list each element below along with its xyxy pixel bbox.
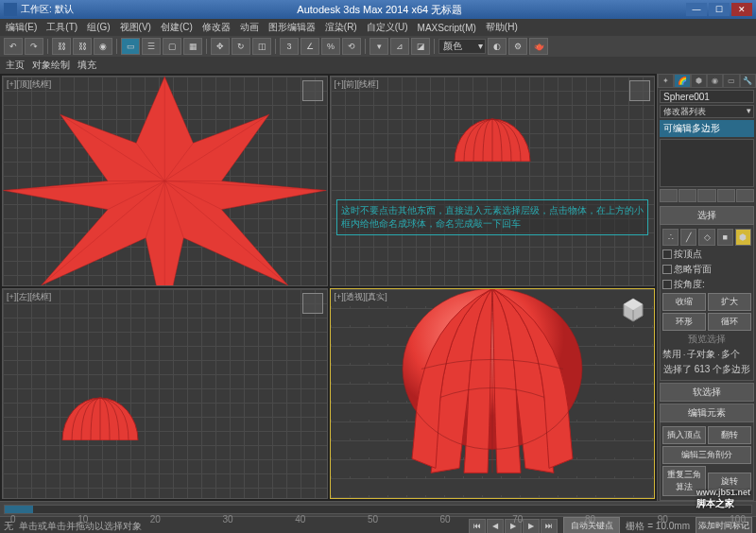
snap-button[interactable]: 3	[280, 38, 299, 55]
bind-button[interactable]: ◉	[94, 38, 112, 55]
insert-vertex-button[interactable]: 插入顶点	[662, 426, 706, 444]
redo-button[interactable]: ↷	[25, 38, 43, 55]
viewport-front[interactable]: 这时不要点击其他东西，直接进入元素选择层级，点击物体，在上方的小框内给他命名成球…	[330, 76, 656, 286]
scale-button[interactable]: ◫	[252, 38, 271, 55]
menu-modifiers[interactable]: 修改器	[202, 21, 231, 34]
spinner-snap-button[interactable]: ⟲	[342, 38, 361, 55]
menu-graph[interactable]: 图形编辑器	[268, 21, 316, 34]
named-sel-button[interactable]: ▾	[369, 38, 388, 55]
window-crossing-button[interactable]: ▦	[183, 38, 202, 55]
menu-edit[interactable]: 编辑(E)	[6, 21, 37, 34]
select-name-button[interactable]: ☰	[142, 38, 161, 55]
subobj-element-icon[interactable]: ⬢	[735, 229, 751, 246]
command-panel-tabs: ✦ 🌈 ⬢ ◉ ▭ 🔧	[658, 74, 756, 88]
viewport-label[interactable]: [+][透视][真实]	[335, 291, 387, 303]
viewport-top[interactable]: [+][顶][线框]	[2, 76, 328, 286]
timeline[interactable]: 0102030405060708090100	[0, 502, 756, 517]
viewport-label[interactable]: [+][顶][线框]	[7, 78, 51, 91]
viewport-maximize-button[interactable]	[302, 80, 323, 101]
selection-info: 选择了 613 个多边形	[663, 363, 750, 376]
menu-create[interactable]: 创建(C)	[161, 21, 193, 34]
link-button[interactable]: ⛓	[52, 38, 71, 55]
rotate-button[interactable]: ↻	[232, 38, 250, 55]
select-region-button[interactable]: ▢	[163, 38, 181, 55]
unlink-button[interactable]: ⛓	[73, 38, 92, 55]
material-editor-button[interactable]: ◐	[488, 38, 507, 55]
configure-button[interactable]	[736, 189, 754, 202]
left-hemisphere-shape	[58, 393, 143, 440]
tab-utilities-icon[interactable]: 🔧	[740, 74, 756, 88]
menu-render[interactable]: 渲染(R)	[325, 21, 357, 34]
mirror-button[interactable]: ⊿	[390, 38, 409, 55]
preview-sub[interactable]: 子对象	[687, 348, 715, 361]
close-button[interactable]: ✕	[731, 3, 752, 16]
viewcube-icon[interactable]	[620, 297, 646, 323]
undo-button[interactable]: ↶	[4, 38, 23, 55]
time-ticks: 0102030405060708090100	[5, 514, 751, 524]
loop-button[interactable]: 循环	[708, 313, 751, 331]
modifier-stack-area[interactable]	[660, 139, 754, 187]
rollout-softsel-header[interactable]: 软选择	[660, 383, 754, 402]
viewport-label[interactable]: [+][左][线框]	[7, 291, 51, 303]
render-button[interactable]: 🫖	[529, 38, 548, 55]
maximize-button[interactable]: ☐	[709, 3, 730, 16]
menu-help[interactable]: 帮助(H)	[486, 21, 518, 34]
preview-label: 预览选择	[688, 333, 726, 346]
menu-tools[interactable]: 工具(T)	[46, 21, 77, 34]
ribbon-tab-populate[interactable]: 填充	[77, 59, 96, 72]
angle-snap-button[interactable]: ∠	[301, 38, 319, 55]
flip-button[interactable]: 翻转	[708, 426, 751, 444]
subobj-polygon-icon[interactable]: ■	[717, 229, 733, 246]
menu-views[interactable]: 视图(V)	[120, 21, 151, 34]
by-vertex-checkbox[interactable]	[662, 249, 672, 259]
modifier-stack-item[interactable]: 可编辑多边形	[660, 120, 754, 137]
tab-motion-icon[interactable]: ◉	[707, 74, 723, 88]
viewport-maximize-button[interactable]	[629, 80, 650, 101]
menu-customize[interactable]: 自定义(U)	[367, 21, 408, 34]
tab-modify-icon[interactable]: 🌈	[674, 74, 690, 88]
shrink-button[interactable]: 收缩	[662, 293, 706, 311]
watermark-text: 脚本之家	[696, 497, 750, 510]
ignore-backfacing-checkbox[interactable]	[662, 265, 672, 274]
menu-animation[interactable]: 动画	[240, 21, 259, 34]
menu-maxscript[interactable]: MAXScript(M)	[418, 23, 476, 33]
move-button[interactable]: ✥	[211, 38, 230, 55]
ribbon-tab-home[interactable]: 主页	[6, 59, 25, 72]
grow-button[interactable]: 扩大	[708, 293, 751, 311]
menu-group[interactable]: 组(G)	[87, 21, 110, 34]
ring-button[interactable]: 环形	[662, 313, 706, 331]
percent-snap-button[interactable]: %	[321, 38, 340, 55]
align-button[interactable]: ◪	[411, 38, 430, 55]
viewport-maximize-button[interactable]	[302, 293, 323, 314]
edit-tri-button[interactable]: 编辑三角剖分	[662, 446, 751, 464]
subobj-border-icon[interactable]: ◇	[698, 229, 714, 246]
preview-multi[interactable]: 多个	[721, 348, 740, 361]
menu-bar: 编辑(E) 工具(T) 组(G) 视图(V) 创建(C) 修改器 动画 图形编辑…	[0, 19, 756, 36]
select-button[interactable]: ▭	[121, 38, 140, 55]
unique-button[interactable]	[697, 189, 715, 202]
remove-mod-button[interactable]	[717, 189, 735, 202]
tab-display-icon[interactable]: ▭	[723, 74, 739, 88]
preview-off[interactable]: 禁用	[662, 348, 681, 361]
modifier-list-dropdown[interactable]: 修改器列表	[660, 105, 754, 118]
by-angle-checkbox[interactable]	[662, 280, 672, 289]
tab-hierarchy-icon[interactable]: ⬢	[691, 74, 707, 88]
pin-stack-button[interactable]	[660, 189, 678, 202]
rollout-selection-header[interactable]: 选择	[660, 206, 754, 225]
time-slider[interactable]: 0102030405060708090100	[4, 505, 752, 514]
viewport-left[interactable]: [+][左][线框]	[2, 288, 328, 499]
tab-create-icon[interactable]: ✦	[658, 74, 674, 88]
rollout-editelem-header[interactable]: 编辑元素	[660, 404, 754, 422]
show-result-button[interactable]	[679, 189, 696, 202]
minimize-button[interactable]: —	[686, 3, 707, 16]
app-icon	[4, 3, 17, 16]
ignore-backfacing-label: 忽略背面	[674, 263, 712, 276]
object-name-input[interactable]	[660, 90, 754, 103]
viewport-perspective[interactable]: [+][透视][真实]	[330, 288, 656, 499]
ribbon-tab-paint[interactable]: 对象绘制	[32, 59, 70, 72]
selection-filter-dropdown[interactable]: 颜色	[438, 39, 486, 54]
subobj-edge-icon[interactable]: ╱	[680, 229, 696, 246]
viewport-label[interactable]: [+][前][线框]	[335, 78, 379, 91]
render-setup-button[interactable]: ⚙	[508, 38, 527, 55]
subobj-vertex-icon[interactable]: ∴	[662, 229, 679, 246]
